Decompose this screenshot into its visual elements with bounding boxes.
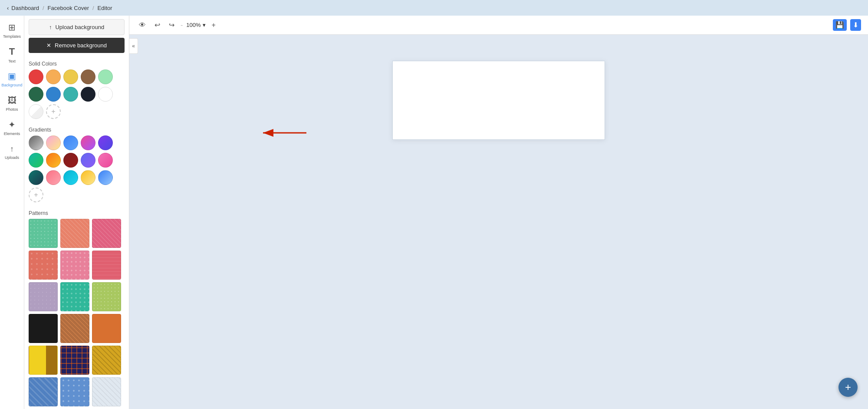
gradient-gray[interactable] — [29, 135, 43, 150]
pattern-pink-cross[interactable] — [92, 219, 121, 248]
canvas-frame[interactable] — [392, 61, 605, 140]
zoom-dropdown-icon: ▾ — [203, 22, 206, 28]
toolbar-right: 💾 ⬇ — [833, 19, 861, 31]
color-yellow[interactable] — [63, 69, 78, 84]
zoom-separator: - — [181, 21, 183, 29]
zoom-plus-button[interactable]: + — [209, 20, 218, 31]
background-icon: ▣ — [8, 71, 16, 81]
save-button[interactable]: 💾 — [833, 19, 847, 31]
gradient-blue-purple[interactable] — [81, 153, 95, 168]
gradient-pink-light[interactable] — [46, 135, 61, 150]
color-white[interactable] — [98, 87, 113, 102]
gradient-cyan[interactable] — [63, 170, 78, 185]
templates-icon: ⊞ — [8, 22, 16, 33]
gradients-grid: + — [24, 135, 129, 206]
side-panel: ↑ Upload background ✕ Remove background … — [24, 16, 129, 409]
pattern-green-dots[interactable] — [92, 282, 121, 311]
remove-background-button[interactable]: ✕ Remove background — [29, 38, 125, 53]
pattern-coral3[interactable] — [92, 251, 121, 280]
pattern-lavender[interactable] — [29, 282, 58, 311]
fab-plus-icon: + — [845, 381, 851, 393]
icon-bar: ⊞ Templates T Text ▣ Background 🖼 Photos… — [0, 16, 24, 409]
gradient-orange[interactable] — [46, 153, 61, 168]
gradient-custom[interactable]: + — [29, 188, 43, 202]
facebook-cover-link[interactable]: Facebook Cover — [48, 5, 89, 11]
canvas-area: 👁 ↩ ↪ - 100% ▾ + 💾 ⬇ — [129, 16, 868, 409]
sidebar-item-elements[interactable]: ✦ Elements — [2, 116, 23, 139]
download-button[interactable]: ⬇ — [850, 19, 861, 31]
pattern-blue-pattern[interactable] — [29, 377, 58, 406]
color-brown[interactable] — [81, 69, 95, 84]
toolbar-left: 👁 ↩ ↪ - 100% ▾ + — [136, 19, 218, 31]
color-dark-green[interactable] — [29, 87, 43, 102]
gradient-dark-red[interactable] — [63, 153, 78, 168]
gradient-yellow[interactable] — [81, 170, 95, 185]
undo-button[interactable]: ↩ — [152, 19, 163, 31]
pattern-yellow-slider[interactable] — [29, 346, 58, 375]
gradient-pink2[interactable] — [98, 153, 113, 168]
sidebar-item-templates[interactable]: ⊞ Templates — [2, 19, 23, 42]
gradient-pink3[interactable] — [46, 170, 61, 185]
fab-plus-button[interactable]: + — [838, 378, 858, 397]
gradient-purple[interactable] — [98, 135, 113, 150]
color-orange[interactable] — [46, 69, 61, 84]
back-icon: ‹ — [7, 5, 9, 11]
toolbar: 👁 ↩ ↪ - 100% ▾ + 💾 ⬇ — [129, 16, 868, 35]
zoom-display: 100% ▾ — [186, 22, 205, 28]
zoom-value: 100% — [186, 22, 201, 28]
pattern-orange2[interactable] — [92, 314, 121, 343]
remove-icon: ✕ — [46, 42, 51, 49]
pattern-gold-diamond[interactable] — [92, 346, 121, 375]
pattern-coral-cross[interactable] — [60, 219, 89, 248]
preview-button[interactable]: 👁 — [136, 20, 148, 31]
topbar: ‹ Dashboard / Facebook Cover / Editor — [0, 0, 868, 16]
canvas-workspace — [129, 35, 868, 409]
sidebar-item-text[interactable]: T Text — [2, 43, 23, 66]
color-blue[interactable] — [46, 87, 61, 102]
gradient-dark-teal[interactable] — [29, 170, 43, 185]
uploads-icon: ↑ — [10, 145, 14, 154]
color-red[interactable] — [29, 69, 43, 84]
upload-background-button[interactable]: ↑ Upload background — [29, 19, 125, 35]
pattern-coral2[interactable] — [29, 251, 58, 280]
pattern-black[interactable] — [29, 314, 58, 343]
text-icon: T — [9, 46, 15, 57]
pattern-blue-dots2[interactable] — [60, 377, 89, 406]
gradient-teal-green[interactable] — [29, 153, 43, 168]
color-custom[interactable]: + — [46, 104, 61, 119]
color-transparent[interactable] — [29, 104, 43, 119]
solid-colors-grid: + — [24, 69, 129, 122]
remove-background-label: Remove background — [55, 42, 107, 49]
main-layout: ⊞ Templates T Text ▣ Background 🖼 Photos… — [0, 16, 868, 409]
editor-label: Editor — [98, 5, 112, 11]
collapse-panel-button[interactable]: « — [129, 38, 138, 54]
pattern-dark-cross[interactable] — [60, 346, 89, 375]
pattern-teal2[interactable] — [60, 282, 89, 311]
patterns-grid — [24, 219, 129, 409]
dashboard-link[interactable]: Dashboard — [11, 5, 39, 11]
action-buttons: ↑ Upload background ✕ Remove background — [24, 16, 129, 56]
sidebar-item-photos[interactable]: 🖼 Photos — [2, 92, 23, 115]
elements-icon: ✦ — [8, 119, 16, 130]
pattern-orange-check[interactable] — [60, 314, 89, 343]
gradient-blue2[interactable] — [98, 170, 113, 185]
breadcrumb-sep1: / — [43, 5, 44, 11]
photos-icon: 🖼 — [8, 96, 16, 106]
patterns-label: Patterns — [24, 206, 129, 219]
color-light-green[interactable] — [98, 69, 113, 84]
color-teal[interactable] — [63, 87, 78, 102]
upload-icon: ↑ — [49, 24, 52, 30]
gradient-blue[interactable] — [63, 135, 78, 150]
upload-background-label: Upload background — [55, 24, 104, 30]
sidebar-item-background[interactable]: ▣ Background — [2, 68, 23, 90]
pattern-white-pattern[interactable] — [92, 377, 121, 406]
redo-button[interactable]: ↪ — [166, 19, 177, 31]
pattern-teal-dots[interactable] — [29, 219, 58, 248]
gradients-label: Gradients — [24, 122, 129, 135]
solid-colors-label: Solid Colors — [24, 56, 129, 69]
pattern-pink-hearts[interactable] — [60, 251, 89, 280]
gradient-magenta[interactable] — [81, 135, 95, 150]
sidebar-item-uploads[interactable]: ↑ Uploads — [2, 141, 23, 163]
color-black[interactable] — [81, 87, 95, 102]
breadcrumb-sep2: / — [92, 5, 94, 11]
